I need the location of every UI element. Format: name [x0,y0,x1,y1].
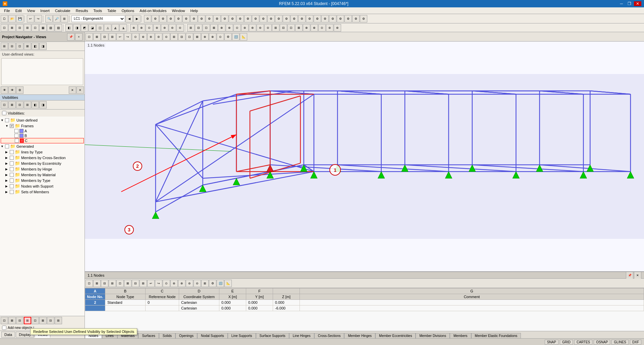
open-btn[interactable]: 📂 [8,15,16,22]
view-tb-18[interactable]: ⊙ [217,33,224,41]
tb2-btn-12[interactable]: ◪ [89,24,96,31]
view-tb-11[interactable]: ⊝ [163,33,170,41]
view-tb-6[interactable]: ↪ [124,33,131,41]
tb2-btn-11[interactable]: ◩ [81,24,88,31]
tb-btn-25[interactable]: ⚙ [329,15,336,22]
view-tb-17[interactable]: ⊕ [209,33,216,41]
tb-btn-7[interactable]: ⚙ [190,15,198,22]
tree-check[interactable] [10,161,14,165]
tb2-btn-6[interactable]: ▦ [39,24,47,31]
tb2-btn-28[interactable]: ⊗ [218,24,225,31]
tb-btn-26[interactable]: ⚙ [337,15,344,22]
cartes-btn[interactable]: CARTES [574,340,592,345]
tb2-btn-3[interactable]: ⊟ [16,24,23,31]
tb2-btn-20[interactable]: ⊚ [153,24,161,31]
add-new-objects-checkbox[interactable] [2,326,6,330]
tb-btn-4[interactable]: ⚙ [167,15,174,22]
panel-tb-6[interactable]: ◨ [39,43,47,50]
table-row[interactable]: Cartesian 0.000 0.000 -6.000 [85,305,644,311]
tb-btn-8[interactable]: ⚙ [198,15,205,22]
tab-member-eccentricities[interactable]: Member Eccentricities [375,333,416,338]
tb-btn-11[interactable]: ⚙ [221,15,228,22]
tb2-btn-31[interactable]: ⊚ [241,24,249,31]
data-tb-14[interactable]: ⊜ [186,280,193,287]
tab-data[interactable]: Data [1,332,15,338]
menu-insert[interactable]: Insert [38,8,52,13]
menu-view[interactable]: View [24,8,38,13]
tb-btn-23[interactable]: ⚙ [314,15,321,22]
tb2-btn-42[interactable]: ⊚ [326,24,333,31]
tb-btn-20[interactable]: ⚙ [290,15,298,22]
tab-members[interactable]: Members [450,333,471,338]
vis-tb-3[interactable]: ⊟ [16,101,23,109]
tree-members-ecc[interactable]: ▶ 📁 Members by Eccentricity [1,160,84,166]
data-tb-15[interactable]: ⊝ [194,280,201,287]
vis-tb-5[interactable]: ◧ [32,101,39,109]
tb2-btn-40[interactable]: ⊕ [311,24,318,31]
minimize-button[interactable]: ─ [618,1,625,6]
loadcase-combo[interactable]: LC1 - Eigengewicht [71,15,125,22]
panel-tb-2[interactable]: ⊟ [8,43,16,50]
bottom-btn-5[interactable]: ⊡ [32,317,39,324]
data-tb-5[interactable]: ⊡ [116,280,124,287]
tb2-btn-5[interactable]: ⊡ [32,24,39,31]
tab-line-supports[interactable]: Line Supports [228,333,256,338]
snap-btn[interactable]: SNAP [545,340,558,345]
tb-btn-15[interactable]: ⚙ [252,15,259,22]
view-tb-14[interactable]: ⊡ [186,33,193,41]
data-tb-4[interactable]: ⊞ [109,280,116,287]
view-tb-4[interactable]: ⊞ [109,33,116,41]
menu-results[interactable]: Results [73,8,91,13]
data-tb-3[interactable]: ⊟ [101,280,108,287]
view-tb-10[interactable]: ⊜ [155,33,162,41]
menu-addon[interactable]: Add-on Modules [137,8,169,13]
panel-tb-1[interactable]: ⊞ [1,43,8,50]
tree-members-type[interactable]: ▶ 📁 Members by Type [1,178,84,183]
tree-check[interactable] [10,179,14,183]
table-row[interactable]: 2 Standard 0 Cartesian 0.000 0.000 0.000 [85,300,644,305]
tree-check[interactable] [14,129,18,133]
data-tb-16[interactable]: ⊞ [201,280,209,287]
tb-btn-10[interactable]: ⚙ [213,15,221,22]
view-tb-3[interactable]: ⊟ [101,33,108,41]
next-lc-btn[interactable]: ▶ [133,15,141,22]
tb2-btn-27[interactable]: ⊠ [210,24,218,31]
save-btn[interactable]: 💾 [16,15,23,22]
view-btn-5[interactable]: ✕ [76,86,84,94]
tb2-btn-4[interactable]: ⊞ [24,24,31,31]
data-tb-17[interactable]: ⚙ [209,280,216,287]
tb2-btn-22[interactable]: ⊜ [169,24,176,31]
tree-check[interactable] [14,134,18,138]
tb2-btn-35[interactable]: ⊞ [272,24,279,31]
data-tb-6[interactable]: ⊠ [124,280,131,287]
tree-check[interactable] [10,156,14,160]
view-btn-1[interactable]: 👁 [1,86,8,94]
tb-btn-2[interactable]: ⚙ [152,15,159,22]
tb-btn-28[interactable]: ⚙ [352,15,360,22]
data-tb-13[interactable]: ⊛ [178,280,185,287]
osnap-btn[interactable]: OSNAP [594,340,610,345]
panel-tb-5[interactable]: ◧ [32,43,39,50]
menu-window[interactable]: Window [169,8,187,13]
tb-btn-6[interactable]: ⚙ [182,15,190,22]
data-tb-7[interactable]: ⊟ [132,280,139,287]
menu-help[interactable]: Help [188,8,201,13]
tb-btn-14[interactable]: ⚙ [244,15,252,22]
visibilities-checkbox[interactable] [2,111,6,115]
data-tb-12[interactable]: ⊚ [170,280,178,287]
tb-btn-19[interactable]: ⚙ [283,15,290,22]
data-tb-19[interactable]: 📐 [224,280,232,287]
view-area[interactable]: ⊡ ⊠ ⊟ ⊞ ↩ ↪ ⊙ ⊚ ⊛ ⊜ ⊝ ⊞ ⊟ ⊡ ⊠ ⊗ ⊕ ⊙ ⚙ 🔢 [85,32,644,271]
data-tb-10[interactable]: ↪ [155,280,162,287]
tab-line-hinges[interactable]: Line Hinges [289,333,314,338]
view-tb-5[interactable]: ↩ [116,33,124,41]
view-tb-2[interactable]: ⊠ [93,33,101,41]
view-tb-19[interactable]: ⚙ [224,33,232,41]
data-table-wrapper[interactable]: A B C D E F G Node No. Node Type [85,288,644,331]
vis-tb-2[interactable]: ⊠ [8,101,16,109]
bottom-btn-8[interactable]: ⊞ [55,317,62,324]
tb2-btn-14[interactable]: ◬ [104,24,111,31]
tab-member-elastic-foundations[interactable]: Member Elastic Foundations [471,333,521,338]
menu-options[interactable]: Options [119,8,137,13]
tree-check[interactable] [10,173,14,177]
